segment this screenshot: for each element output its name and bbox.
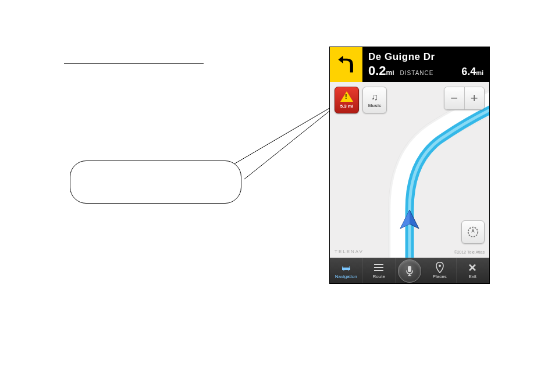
svg-line-1 [244,105,337,179]
map-brand: TELENAV [335,249,364,254]
compass-icon [467,226,479,238]
traffic-alert-button[interactable]: 5.3 mi [335,87,359,113]
next-distance-value: 0.2 [368,63,386,78]
total-distance-value: 6.4 [461,66,476,77]
zoom-out-button[interactable]: − [444,87,464,109]
total-distance: 6.4mi [461,66,483,78]
distance-row: 0.2mi DISTANCE 6.4mi [368,63,483,79]
bottom-tab-bar: Navigation Route Places [330,258,489,283]
svg-point-12 [439,265,441,267]
turn-indicator[interactable] [330,47,362,82]
tab-navigation[interactable]: Navigation [330,258,363,283]
svg-rect-7 [374,267,383,268]
tab-label: Navigation [335,274,357,279]
compass-button[interactable] [461,220,485,244]
zoom-controls: − + [444,87,485,110]
street-name: De Guigne Dr [368,51,483,63]
next-distance-unit: mi [386,69,394,77]
car-icon [340,262,352,273]
distance-label: DISTANCE [400,70,434,76]
music-button[interactable]: ♫ Music [362,87,387,113]
tab-exit[interactable]: Exit [457,258,490,283]
music-label: Music [368,103,382,108]
svg-marker-3 [471,229,475,233]
navigation-app-screen: De Guigne Dr 0.2mi DISTANCE 6.4mi [329,47,490,284]
menu-icon [374,262,383,273]
pin-icon [436,262,444,273]
plus-icon: + [471,91,478,106]
total-distance-unit: mi [476,69,483,76]
zoom-in-button[interactable]: + [464,87,485,109]
content-underline [64,63,204,64]
tab-label: Exit [469,274,476,279]
tab-places[interactable]: Places [424,258,457,283]
tab-route[interactable]: Route [363,258,396,283]
map-copyright: ©2012 Tele Atlas [454,250,485,254]
tab-label: Route [373,274,385,279]
svg-line-0 [218,104,337,173]
svg-rect-6 [374,264,383,265]
microphone-icon [405,265,414,277]
current-position-icon [398,209,421,232]
svg-rect-9 [408,266,411,272]
traffic-distance: 5.3 mi [340,104,354,109]
voice-button[interactable] [396,258,424,283]
svg-rect-8 [374,270,383,271]
tab-label: Places [433,274,447,279]
next-turn-distance: 0.2mi [368,63,394,79]
direction-header: De Guigne Dr 0.2mi DISTANCE 6.4mi [330,47,489,82]
callout-bubble [70,161,241,204]
turn-left-icon [336,55,356,74]
minus-icon: − [450,91,458,106]
warning-icon [340,91,353,102]
map-view[interactable]: 5.3 mi ♫ Music − + TELEN [330,82,489,258]
music-note-icon: ♫ [371,92,378,102]
direction-info: De Guigne Dr 0.2mi DISTANCE 6.4mi [362,47,489,82]
close-icon [468,262,476,273]
